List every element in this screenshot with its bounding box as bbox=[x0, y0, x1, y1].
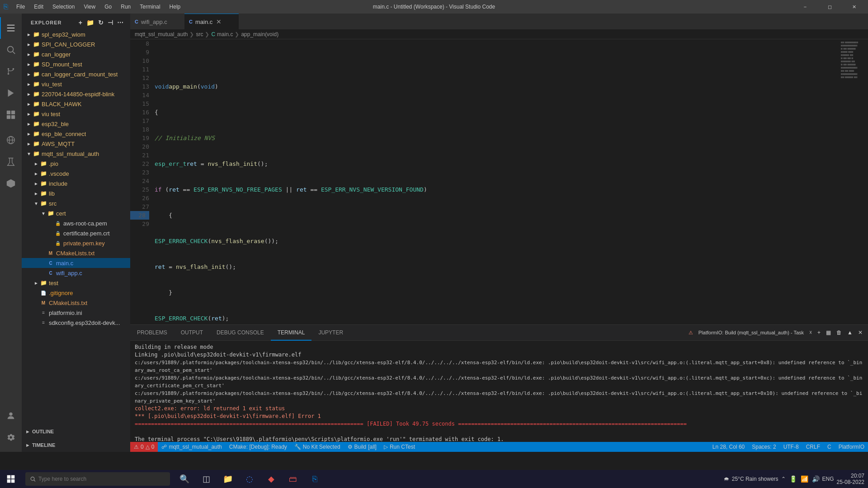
activity-explorer[interactable] bbox=[0, 17, 22, 39]
tree-item-src[interactable]: ▼ 📁 src bbox=[22, 198, 130, 208]
breadcrumb-part-3-label[interactable]: main.c bbox=[217, 31, 233, 38]
tree-item-black[interactable]: ► 📁 BLACK_HAWK bbox=[22, 99, 130, 109]
tree-item-private-key[interactable]: ► 🔒 private.pem.key bbox=[22, 238, 130, 248]
tree-item-viu[interactable]: ► 📁 viu_test bbox=[22, 79, 130, 89]
taskbar-search-box[interactable] bbox=[25, 472, 170, 486]
code-area[interactable]: void app_main(void) { // Initialize NVS … bbox=[153, 39, 868, 324]
menu-help[interactable]: Help bbox=[165, 0, 185, 14]
breadcrumb-part-1[interactable]: mqtt_ssl_mutual_auth bbox=[135, 31, 188, 38]
activity-remote-explorer[interactable] bbox=[0, 129, 22, 151]
status-errors[interactable]: ⚠ 0 △ 0 bbox=[130, 442, 158, 452]
tray-volume-icon[interactable]: 🔊 bbox=[812, 475, 820, 483]
tree-item-ble[interactable]: ► 📁 esp_ble_connect bbox=[22, 129, 130, 139]
menu-run[interactable]: Run bbox=[116, 0, 135, 14]
terminal-close-button[interactable]: ✕ bbox=[856, 328, 864, 337]
refresh-icon[interactable]: ↻ bbox=[97, 18, 105, 27]
tray-battery-icon[interactable]: 🔋 bbox=[789, 475, 797, 483]
taskbar-chrome-btn[interactable]: ◌ bbox=[239, 470, 260, 488]
tab-wifi-app[interactable]: C wifi_app.c bbox=[130, 14, 184, 29]
tree-item-test[interactable]: ► 📁 test bbox=[22, 278, 130, 288]
activity-testing[interactable] bbox=[0, 151, 22, 173]
terminal-trash-button[interactable]: 🗑 bbox=[835, 328, 844, 337]
tree-item-main-c[interactable]: ► C main.c bbox=[22, 258, 130, 268]
tray-network-icon[interactable]: 📶 bbox=[801, 475, 808, 483]
new-file-icon[interactable]: + bbox=[78, 18, 84, 27]
status-extension[interactable]: PlatformIO bbox=[835, 442, 868, 452]
tree-item-platformio-ini[interactable]: ► = platformio.ini bbox=[22, 308, 130, 318]
panel-tab-problems[interactable]: PROBLEMS bbox=[130, 325, 174, 341]
status-run-ctest[interactable]: ▷ Run CTest bbox=[380, 442, 419, 452]
tray-language[interactable]: ENG bbox=[822, 476, 834, 482]
tree-item-220[interactable]: ► 📁 220704-144850-espidf-blink bbox=[22, 89, 130, 99]
terminal-content[interactable]: Building in release mode Linking .pio\bu… bbox=[130, 341, 868, 442]
menu-edit[interactable]: Edit bbox=[29, 0, 48, 14]
status-branch[interactable]: ☍ mqtt_ssl_mutual_auth bbox=[158, 442, 225, 452]
new-folder-icon[interactable]: 📁 bbox=[85, 18, 95, 27]
tree-item-spl[interactable]: ► 📁 spl_esp32_wiom bbox=[22, 29, 130, 39]
breadcrumb-part-2[interactable]: src bbox=[196, 31, 203, 38]
tree-item-gitignore[interactable]: ► 📄 .gitignore bbox=[22, 288, 130, 298]
taskbar-start-button[interactable] bbox=[0, 470, 22, 488]
tree-item-viu2[interactable]: ► 📁 viu test bbox=[22, 109, 130, 119]
tree-item-cmakesrc[interactable]: ► M CMakeLists.txt bbox=[22, 248, 130, 258]
window-close-button[interactable]: ✕ bbox=[844, 0, 864, 14]
tree-item-sdkconfig[interactable]: ► = sdkconfig.esp32doit-devk... bbox=[22, 318, 130, 328]
window-restore-button[interactable]: ◻ bbox=[819, 0, 840, 14]
tray-chevron-icon[interactable]: ⌃ bbox=[781, 476, 786, 482]
panel-tab-terminal[interactable]: TERMINAL bbox=[271, 325, 312, 341]
collapse-icon[interactable]: ⊣ bbox=[107, 18, 114, 27]
menu-view[interactable]: View bbox=[79, 0, 100, 14]
taskbar-search-btn[interactable]: 🔍 bbox=[174, 470, 195, 488]
tree-item-lib[interactable]: ► 📁 lib bbox=[22, 188, 130, 198]
breadcrumb-part-4[interactable]: app_main(void) bbox=[241, 31, 278, 38]
tree-item-include[interactable]: ► 📁 include bbox=[22, 178, 130, 188]
terminal-add-button[interactable]: + bbox=[816, 328, 822, 337]
timeline-header[interactable]: ► TIMELINE bbox=[22, 440, 130, 450]
tree-item-mqtt[interactable]: ▼ 📁 mqtt_ssl_mutual_auth bbox=[22, 149, 130, 159]
tree-item-sd[interactable]: ► 📁 SD_mount_test bbox=[22, 59, 130, 69]
tree-item-wifi-app-c[interactable]: ► C wifi_app.c bbox=[22, 268, 130, 278]
terminal-maximize-button[interactable]: ▲ bbox=[845, 328, 854, 337]
tree-item-pio[interactable]: ► 📁 .pio bbox=[22, 159, 130, 169]
breadcrumb-part-3[interactable]: C bbox=[211, 31, 215, 38]
activity-accounts[interactable] bbox=[0, 405, 22, 427]
tree-item-esp32[interactable]: ► 📁 esp32_ble bbox=[22, 119, 130, 129]
taskbar-vscode-btn[interactable]: ⎘ bbox=[304, 470, 326, 488]
panel-tab-jupyter[interactable]: JUPYTER bbox=[311, 325, 350, 341]
menu-file[interactable]: File bbox=[12, 0, 29, 14]
tree-item-cert-pem[interactable]: ► 🔒 certificate.pem.crt bbox=[22, 228, 130, 238]
more-icon[interactable]: ⋯ bbox=[116, 18, 125, 27]
tree-item-aws-pem[interactable]: ► 🔒 aws-root-ca.pem bbox=[22, 218, 130, 228]
tree-item-aws[interactable]: ► 📁 AWS_MQTT bbox=[22, 139, 130, 149]
status-kit[interactable]: 🔧 No Kit Selected bbox=[291, 442, 344, 452]
tree-item-spi[interactable]: ► 📁 SPI_CAN_LOGGER bbox=[22, 39, 130, 49]
status-line-ending[interactable]: CRLF bbox=[802, 442, 824, 452]
status-encoding[interactable]: UTF-8 bbox=[780, 442, 802, 452]
status-cmake[interactable]: CMake: [Debug]: Ready bbox=[226, 442, 291, 452]
activity-search[interactable] bbox=[0, 39, 22, 61]
taskbar-filemanager-btn[interactable]: 📁 bbox=[217, 470, 239, 488]
status-build[interactable]: ⚙ Build [all] bbox=[344, 442, 380, 452]
menu-selection[interactable]: Selection bbox=[48, 0, 79, 14]
terminal-kill-button[interactable]: ☓ bbox=[807, 328, 814, 337]
activity-settings[interactable] bbox=[0, 427, 22, 448]
tree-item-cert[interactable]: ▼ 📁 cert bbox=[22, 208, 130, 218]
panel-tab-output[interactable]: OUTPUT bbox=[174, 325, 210, 341]
tree-item-vscode[interactable]: ► 📁 .vscode bbox=[22, 169, 130, 178]
menu-go[interactable]: Go bbox=[100, 0, 116, 14]
tree-item-can[interactable]: ► 📁 can_logger bbox=[22, 49, 130, 59]
status-spaces[interactable]: Spaces: 2 bbox=[748, 442, 779, 452]
panel-tab-debug[interactable]: DEBUG CONSOLE bbox=[210, 325, 271, 341]
tree-item-can2[interactable]: ► 📁 can_logger_card_mount_test bbox=[22, 69, 130, 79]
taskbar-taskview-btn[interactable]: ◫ bbox=[195, 470, 217, 488]
taskbar-pdf-btn[interactable]: 🗃 bbox=[282, 470, 304, 488]
status-language[interactable]: C bbox=[824, 442, 835, 452]
menu-terminal[interactable]: Terminal bbox=[135, 0, 165, 14]
taskbar-search-input[interactable] bbox=[38, 476, 165, 482]
tab-main-c[interactable]: C main.c ✕ bbox=[184, 14, 239, 29]
activity-extensions[interactable] bbox=[0, 104, 22, 126]
window-minimize-button[interactable]: − bbox=[795, 0, 816, 14]
tree-item-cmake-root[interactable]: ► M CMakeLists.txt bbox=[22, 298, 130, 308]
activity-source-control[interactable] bbox=[0, 61, 22, 82]
terminal-split-button[interactable]: ▦ bbox=[824, 328, 833, 337]
